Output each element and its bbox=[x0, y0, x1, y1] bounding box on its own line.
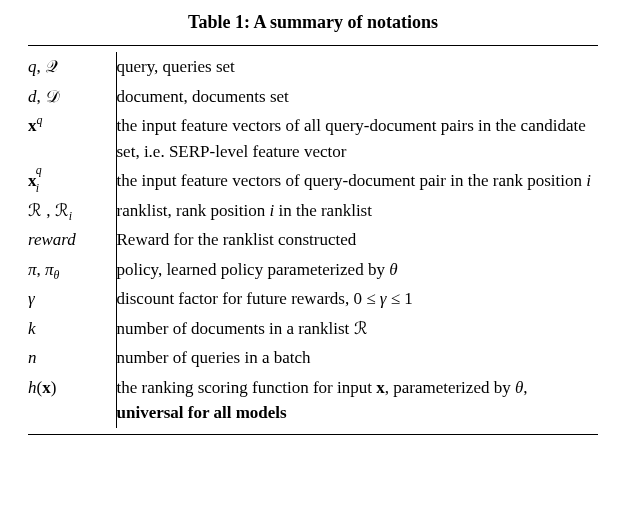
description-cell: policy, learned policy parameterized by … bbox=[116, 255, 598, 285]
table-row: knumber of documents in a ranklist ℛ bbox=[28, 314, 598, 344]
rule-bottom bbox=[28, 434, 598, 435]
symbol-cell: k bbox=[28, 314, 116, 344]
description-cell: ranklist, rank position i in the ranklis… bbox=[116, 196, 598, 226]
description-cell: the input feature vectors of all query-d… bbox=[116, 111, 598, 166]
description-cell: the input feature vectors of query-docum… bbox=[116, 166, 598, 196]
symbol-cell: n bbox=[28, 343, 116, 373]
symbol-cell: h(x) bbox=[28, 373, 116, 428]
description-cell: document, documents set bbox=[116, 82, 598, 112]
table-row: γdiscount factor for future rewards, 0 ≤… bbox=[28, 284, 598, 314]
symbol-cell: xqi bbox=[28, 166, 116, 196]
table-caption: Table 1: A summary of notations bbox=[28, 12, 598, 33]
table-row: rewardReward for the ranklist constructe… bbox=[28, 225, 598, 255]
symbol-cell: xq bbox=[28, 111, 116, 166]
table-row: π, πθpolicy, learned policy parameterize… bbox=[28, 255, 598, 285]
symbol-cell: π, πθ bbox=[28, 255, 116, 285]
description-cell: Reward for the ranklist constructed bbox=[116, 225, 598, 255]
description-cell: query, queries set bbox=[116, 52, 598, 82]
symbol-cell: ℛ , ℛi bbox=[28, 196, 116, 226]
table-row: xqthe input feature vectors of all query… bbox=[28, 111, 598, 166]
table-row: q, 𝒬query, queries set bbox=[28, 52, 598, 82]
table-row: nnumber of queries in a batch bbox=[28, 343, 598, 373]
table-row: ℛ , ℛiranklist, rank position i in the r… bbox=[28, 196, 598, 226]
symbol-cell: d, 𝒟 bbox=[28, 82, 116, 112]
table-row: d, 𝒟document, documents set bbox=[28, 82, 598, 112]
table-row: h(x)the ranking scoring function for inp… bbox=[28, 373, 598, 428]
table-body: q, 𝒬query, queries setd, 𝒟document, docu… bbox=[28, 52, 598, 428]
rule-top bbox=[28, 45, 598, 46]
symbol-cell: q, 𝒬 bbox=[28, 52, 116, 82]
description-cell: the ranking scoring function for input x… bbox=[116, 373, 598, 428]
symbol-cell: γ bbox=[28, 284, 116, 314]
symbol-cell: reward bbox=[28, 225, 116, 255]
table-row: xqithe input feature vectors of query-do… bbox=[28, 166, 598, 196]
description-cell: number of documents in a ranklist ℛ bbox=[116, 314, 598, 344]
description-cell: number of queries in a batch bbox=[116, 343, 598, 373]
description-cell: discount factor for future rewards, 0 ≤ … bbox=[116, 284, 598, 314]
notation-table: q, 𝒬query, queries setd, 𝒟document, docu… bbox=[28, 52, 598, 428]
